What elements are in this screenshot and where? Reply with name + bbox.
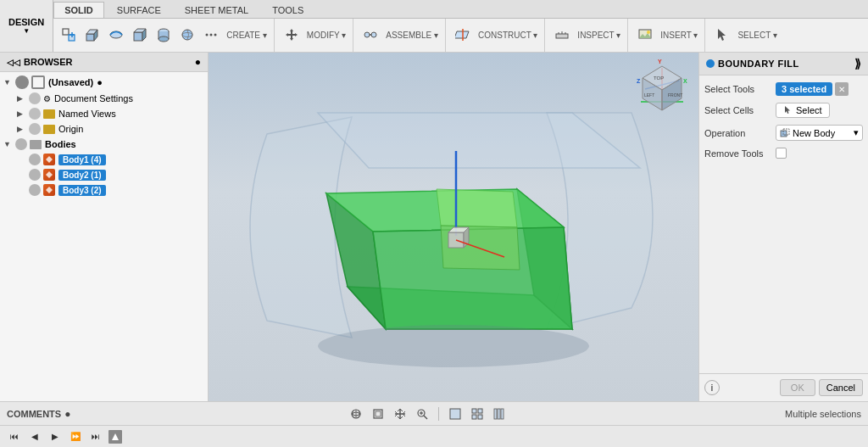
label-doc-settings: Document Settings	[54, 93, 133, 103]
panel-info-dot	[706, 59, 715, 68]
select-group: SELECT ▾	[710, 19, 784, 52]
ok-button[interactable]: OK	[780, 379, 815, 396]
svg-point-13	[159, 36, 169, 42]
insert-label[interactable]: INSERT ▾	[657, 19, 701, 52]
select-cells-btn[interactable]: Select	[776, 103, 830, 118]
clear-selection-btn[interactable]: ✕	[835, 82, 849, 96]
eye-body3	[29, 184, 41, 196]
measure-btn[interactable]	[550, 23, 574, 47]
tab-solid[interactable]: SOLID	[53, 2, 104, 18]
panel-footer: i OK Cancel	[699, 373, 868, 401]
operation-select[interactable]: New Body ▾	[776, 125, 863, 141]
cylinder-btn[interactable]	[152, 23, 175, 47]
construct-group: CONSTRUCT ▾	[451, 19, 545, 52]
svg-rect-54	[781, 131, 787, 137]
tree-item-origin[interactable]: ▶ Origin	[0, 121, 208, 137]
select-btn[interactable]	[710, 23, 734, 47]
tree-item-bodies[interactable]: ▼ Bodies	[0, 137, 208, 152]
eye-body2	[29, 169, 41, 181]
orbit-tool[interactable]	[347, 405, 365, 423]
svg-point-32	[647, 31, 650, 34]
zoom-tool[interactable]	[413, 405, 431, 423]
tree-item-named-views[interactable]: ▶ Named Views	[0, 106, 208, 121]
cursor-icon	[783, 105, 793, 115]
remove-tools-row: Remove Tools	[704, 148, 863, 159]
eye-named-views	[29, 108, 41, 120]
display-mode-3[interactable]	[490, 405, 509, 423]
create-label[interactable]: CREATE ▾	[223, 19, 270, 52]
svg-marker-72	[112, 433, 119, 440]
display-mode-1[interactable]	[446, 405, 465, 423]
inspect-label[interactable]: INSPECT ▾	[574, 19, 624, 52]
separator	[438, 407, 439, 421]
insert-image-btn[interactable]	[633, 23, 657, 47]
body-unsaved-icon	[31, 75, 45, 89]
tree-item-doc-settings[interactable]: ▶ ⚙ Document Settings	[0, 91, 208, 106]
pan-tool[interactable]	[391, 405, 409, 423]
plane-btn[interactable]	[451, 23, 475, 47]
extrude-btn[interactable]	[81, 23, 104, 47]
body1-icon	[43, 154, 55, 165]
svg-rect-0	[63, 29, 69, 35]
status-text: Multiple selections	[785, 409, 861, 419]
sphere-btn[interactable]	[175, 23, 199, 47]
assemble-label[interactable]: ASSEMBLE ▾	[382, 19, 442, 52]
skip-end-btn[interactable]: ⏭	[88, 429, 103, 444]
play-btn[interactable]: ▶	[47, 429, 63, 444]
cancel-button[interactable]: Cancel	[819, 379, 863, 396]
svg-point-21	[364, 32, 370, 37]
move-group: MODIFY ▾	[280, 19, 353, 52]
tab-tools[interactable]: TOOLS	[261, 2, 314, 18]
operation-row: Operation New Body ▾	[704, 125, 863, 141]
move-btn[interactable]	[280, 23, 303, 47]
expand-named-views: ▶	[17, 109, 29, 118]
tree-item-body1[interactable]: Body1 (4)	[0, 152, 208, 167]
label-body1: Body1 (4)	[58, 154, 106, 165]
viewport[interactable]: Y X Z TOP LEFT FRONT	[209, 53, 698, 401]
3d-scene	[216, 66, 691, 388]
panel-expand-icon[interactable]: ⟫	[854, 57, 862, 70]
svg-rect-8	[134, 32, 142, 41]
sidebar-content: ▼ (Unsaved) ● ▶ ⚙ Document Settings ▶ Na…	[0, 72, 208, 401]
more-create-btn[interactable]	[199, 23, 223, 47]
tree-item-unsaved[interactable]: ▼ (Unsaved) ●	[0, 74, 208, 91]
comments-add-icon[interactable]: ●	[64, 408, 70, 420]
select-tools-row: Select Tools 3 selected ✕	[704, 82, 863, 96]
comments-label: COMMENTS	[7, 409, 61, 419]
revolve-btn[interactable]	[104, 23, 128, 47]
panel-title: BOUNDARY FILL	[718, 59, 799, 69]
sidebar-options-icon[interactable]: ●	[195, 56, 201, 68]
nav-cube[interactable]: Y X Z TOP LEFT FRONT	[632, 59, 692, 119]
prev-btn[interactable]: ◀	[27, 429, 42, 444]
new-component-btn[interactable]	[57, 23, 81, 47]
info-button[interactable]: i	[704, 380, 720, 395]
select-cells-value: Select	[776, 103, 863, 118]
display-mode-2[interactable]	[468, 405, 487, 423]
box-btn[interactable]	[128, 23, 152, 47]
joint-btn[interactable]	[359, 23, 382, 47]
select-label[interactable]: SELECT ▾	[734, 19, 781, 52]
svg-text:Z: Z	[637, 78, 641, 84]
next-btn[interactable]: ⏩	[68, 429, 83, 444]
svg-text:Y: Y	[658, 59, 662, 64]
operation-dropdown-arrow: ▾	[854, 127, 859, 138]
remove-tools-label: Remove Tools	[704, 148, 772, 159]
sidebar-collapse-icon[interactable]: ◁◁	[7, 58, 20, 67]
remove-tools-checkbox[interactable]	[776, 148, 787, 159]
svg-text:LEFT: LEFT	[644, 92, 654, 98]
modify-label[interactable]: MODIFY ▾	[303, 19, 349, 52]
tab-sheet-metal[interactable]: SHEET METAL	[174, 2, 259, 18]
tree-item-body3[interactable]: Body3 (2)	[0, 182, 208, 198]
timeline-marker[interactable]	[108, 430, 122, 444]
skip-start-btn[interactable]: ⏮	[7, 429, 22, 444]
unsaved-options[interactable]: ●	[97, 77, 103, 87]
tab-surface[interactable]: SURFACE	[106, 2, 172, 18]
design-button[interactable]: DESIGN ▼	[0, 0, 53, 52]
svg-line-61	[424, 416, 427, 419]
svg-rect-70	[498, 409, 500, 419]
playback-bar: ⏮ ◀ ▶ ⏩ ⏭	[0, 425, 868, 447]
construct-label[interactable]: CONSTRUCT ▾	[475, 19, 541, 52]
tree-item-body2[interactable]: Body2 (1)	[0, 167, 208, 182]
home-tool[interactable]	[369, 405, 387, 423]
selected-count-badge: 3 selected	[776, 82, 832, 96]
